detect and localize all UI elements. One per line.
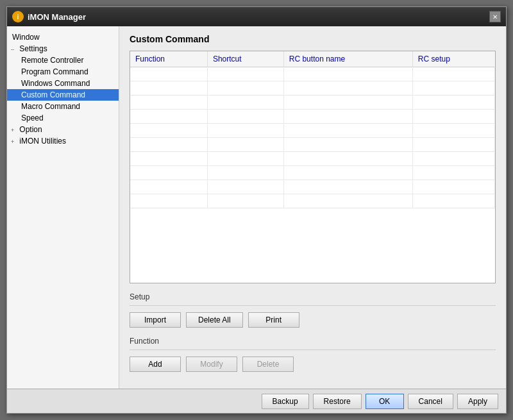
sidebar-item-label: Custom Command [21,90,85,99]
sidebar-item-label: Program Command [21,67,88,76]
ok-button[interactable]: OK [366,394,404,409]
table-row [130,166,495,180]
backup-button[interactable]: Backup [262,394,309,409]
close-button[interactable]: ✕ [489,11,501,22]
bottom-bar: Backup Restore OK Cancel Apply [7,389,506,413]
setup-button-row: Import Delete All Print [130,312,496,328]
import-button[interactable]: Import [130,312,181,328]
sidebar-item-label: Window [12,33,40,42]
sidebar-item-option[interactable]: + Option [7,124,119,135]
function-section: Function Add Modify Delete [130,337,496,381]
table-row [130,138,495,152]
add-button[interactable]: Add [130,357,181,372]
sidebar-item-speed[interactable]: Speed [7,112,119,124]
print-button[interactable]: Print [248,312,299,328]
sidebar-item-windows-command[interactable]: Windows Command [7,78,119,89]
sidebar-item-remote-controller[interactable]: Remote Controller [7,55,119,66]
col-shortcut: Shortcut [207,51,283,67]
title-bar: i iMON Manager ✕ [7,7,506,26]
modify-button[interactable]: Modify [186,357,237,372]
minus-icon: – [11,46,17,53]
table-row [130,194,495,208]
table-header-row: Function Shortcut RC button name RC setu… [130,51,495,67]
window-title: iMON Manager [28,12,86,22]
table-row [130,81,495,96]
sidebar-item-label: Settings [19,44,47,53]
sidebar-item-label: Macro Command [21,102,80,111]
restore-button[interactable]: Restore [313,394,362,409]
sidebar-item-custom-command[interactable]: Custom Command [7,89,119,101]
delete-button[interactable]: Delete [242,357,294,372]
sidebar-item-imon-utilities[interactable]: + iMON Utilities [7,135,119,147]
sidebar-item-label: iMON Utilities [19,137,66,146]
command-table[interactable]: Function Shortcut RC button name RC setu… [130,51,496,283]
cancel-button[interactable]: Cancel [408,394,453,409]
main-content: Window – Settings Remote Controller Prog… [7,26,506,389]
setup-divider [130,305,496,306]
sidebar-item-settings[interactable]: – Settings [7,43,119,55]
title-bar-left: i iMON Manager [12,11,86,22]
setup-section: Setup Import Delete All Print [130,292,496,337]
table-body [130,67,495,208]
plus-icon: + [11,139,17,145]
table-row [130,152,495,166]
function-button-row: Add Modify Delete [130,357,496,372]
col-rc-button-name: RC button name [283,51,412,67]
col-function: Function [130,51,207,67]
panel-title: Custom Command [130,34,496,44]
sidebar-item-macro-command[interactable]: Macro Command [7,101,119,112]
table-row [130,67,495,81]
app-icon: i [12,11,24,22]
setup-label: Setup [130,292,496,301]
sidebar-item-label: Speed [21,113,44,122]
sidebar-item-program-command[interactable]: Program Command [7,66,119,78]
delete-all-button[interactable]: Delete All [186,312,243,328]
apply-button[interactable]: Apply [457,394,498,409]
function-divider [130,349,496,350]
function-label: Function [130,337,496,346]
plus-icon: + [11,127,17,133]
table-row [130,124,495,138]
data-table: Function Shortcut RC button name RC setu… [130,51,495,208]
sidebar-item-label: Windows Command [21,79,90,88]
table-row [130,96,495,110]
sidebar-item-label: Option [19,125,42,134]
main-window: i iMON Manager ✕ Window – Settings Remot… [6,6,507,414]
table-row [130,180,495,194]
sidebar-item-window[interactable]: Window [7,31,119,43]
col-rc-setup: RC setup [412,51,494,67]
sidebar: Window – Settings Remote Controller Prog… [7,26,119,389]
right-panel: Custom Command Function Shortcut RC butt… [119,26,506,389]
sidebar-item-label: Remote Controller [21,56,83,65]
table-row [130,110,495,124]
